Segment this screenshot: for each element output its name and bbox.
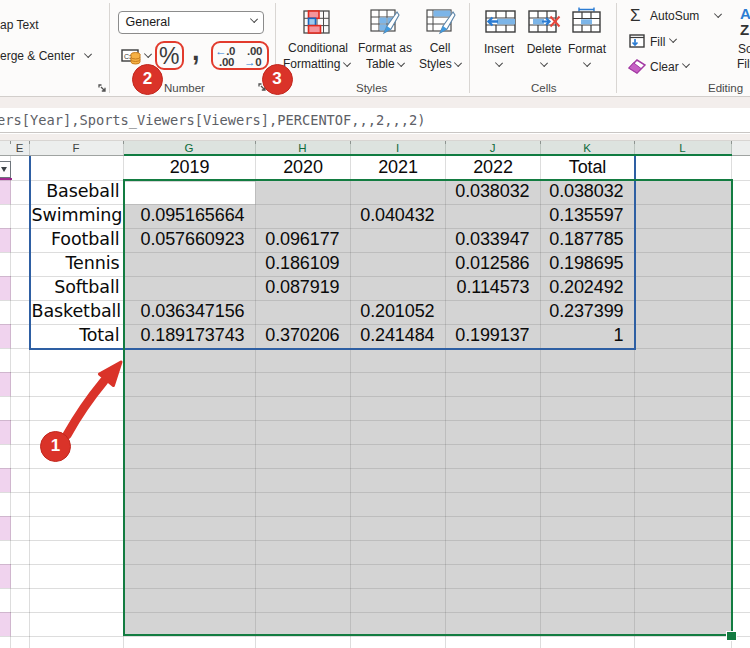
annotation-step-3: 3 [262, 64, 293, 95]
number-group-label: Number [164, 82, 205, 94]
format-as-table-icon[interactable] [370, 9, 400, 36]
sort-filter-button[interactable]: So [738, 42, 750, 56]
formula-text: ers[Year],Sports_Viewers[Viewers],PERCEN… [0, 112, 426, 128]
autosum-chevron-icon[interactable] [715, 11, 721, 21]
filter-dropdown-button[interactable] [0, 161, 11, 178]
cell-styles-button[interactable]: Cell [410, 41, 470, 55]
group-separator [469, 3, 470, 93]
annotation-rect-decimals [211, 41, 269, 70]
sort-filter-icon-z: Z [740, 21, 749, 38]
fill-icon[interactable] [629, 34, 645, 48]
delete-button[interactable]: Delete [526, 42, 562, 56]
delete-cells-icon[interactable] [528, 10, 561, 33]
clear-button[interactable]: Clear [650, 60, 679, 74]
column-boundary-tick [350, 141, 352, 144]
format-chevron-icon[interactable] [566, 60, 608, 70]
number-format-chevron-icon [251, 16, 257, 26]
window-band [0, 97, 750, 108]
column-boundary-tick [540, 141, 542, 144]
annotation-step-2: 2 [132, 64, 163, 95]
group-separator [109, 3, 110, 93]
sort-filter-icon[interactable]: A [740, 5, 750, 22]
insert-cells-icon[interactable] [485, 10, 516, 33]
insert-chevron-icon[interactable] [483, 60, 515, 70]
cell-styles-icon[interactable] [426, 9, 456, 36]
format-as-table-button[interactable]: Format as [355, 41, 415, 55]
group-separator [616, 3, 617, 93]
column-boundary-tick [445, 141, 447, 144]
formula-bar[interactable]: ers[Year],Sports_Viewers[Viewers],PERCEN… [0, 108, 750, 133]
conditional-formatting-button[interactable]: Conditional [286, 41, 350, 55]
ribbon: ap Text erge & Center General Cɔ % , ←.0… [0, 0, 750, 97]
insert-button[interactable]: Insert [483, 42, 515, 56]
cells-group-label: Cells [531, 82, 557, 94]
number-format-dropdown[interactable]: General [118, 11, 264, 34]
merge-center-chevron-icon[interactable] [85, 51, 91, 61]
autosum-button[interactable]: AutoSum [650, 9, 699, 23]
number-format-value: General [126, 15, 170, 29]
clear-icon[interactable] [628, 58, 646, 75]
format-button[interactable]: Format [566, 42, 608, 56]
autosum-sigma-icon[interactable]: Σ [630, 6, 641, 26]
editing-group-label: Editing [708, 82, 743, 94]
accounting-format-chevron-icon[interactable] [145, 51, 151, 61]
column-boundary-tick [123, 141, 125, 144]
selection-border [123, 179, 733, 637]
wrap-text-button[interactable]: ap Text [0, 18, 38, 32]
column-boundary-tick [10, 141, 12, 144]
filter-dropdown-icon [1, 167, 7, 172]
clear-chevron-icon[interactable] [683, 61, 689, 71]
fill-handle[interactable] [726, 631, 737, 642]
fill-chevron-icon[interactable] [670, 36, 676, 46]
column-boundary-tick [731, 141, 733, 144]
alignment-dialog-launcher-icon[interactable] [98, 84, 106, 92]
styles-group-label: Styles [356, 82, 387, 94]
sort-filter-button-line2[interactable]: Filt [737, 57, 750, 71]
fill-button[interactable]: Fill [650, 35, 665, 49]
format-as-table-button-line2[interactable]: Table [355, 57, 415, 71]
column-boundary-tick [29, 141, 31, 144]
conditional-formatting-icon[interactable] [303, 10, 330, 34]
cell-styles-button-line2[interactable]: Styles [410, 57, 470, 71]
column-boundary-tick [634, 141, 636, 144]
accounting-format-icon[interactable]: Cɔ [121, 46, 145, 66]
gridline [10, 156, 11, 648]
delete-chevron-icon[interactable] [526, 60, 562, 70]
comma-style-button[interactable]: , [192, 36, 200, 67]
column-boundary-tick [255, 141, 257, 144]
annotation-rect-percent [155, 41, 185, 70]
merge-center-button[interactable]: erge & Center [0, 49, 75, 63]
format-cells-icon[interactable] [572, 7, 601, 33]
conditional-formatting-button-line2[interactable]: Formatting [283, 57, 347, 71]
spreadsheet-grid[interactable]: 2019202020212022TotalBaseball0.0380320.0… [0, 156, 750, 648]
annotation-step-1: 1 [40, 431, 71, 462]
